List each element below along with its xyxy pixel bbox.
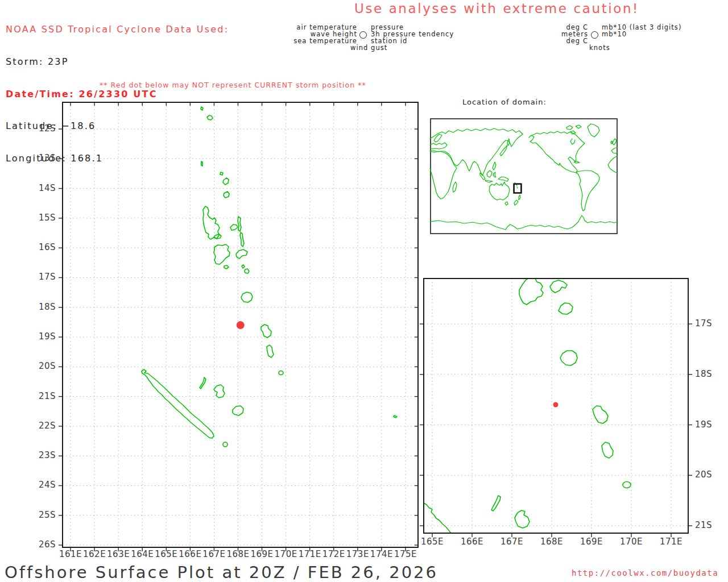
- coastline-path: [142, 369, 214, 438]
- coastline-path: [230, 225, 238, 230]
- lon-label: 168E: [539, 537, 564, 547]
- lon-label: 168E: [225, 549, 250, 559]
- lat-label: 26S: [28, 539, 56, 550]
- lon-label: 166E: [177, 549, 202, 559]
- coastline-path: [242, 265, 245, 268]
- lat-label: 12S: [28, 123, 56, 134]
- lat-label: 14S: [28, 183, 56, 193]
- coastline-path: [566, 126, 573, 130]
- coastline-path: [493, 172, 496, 177]
- coastline-path: [430, 134, 523, 176]
- coastline-path: [500, 145, 507, 156]
- coastline-path: [201, 107, 203, 110]
- lat-label: 19S: [695, 419, 712, 430]
- caution-headline: Use analyses with extreme caution!: [354, 1, 639, 16]
- coastline-path: [491, 496, 500, 511]
- plot-title: Offshore Surface Plot at 20Z / FEB 26, 2…: [5, 563, 438, 582]
- coastline-path: [430, 215, 618, 230]
- legend-label: sea temperature: [293, 37, 357, 45]
- coastline-path: [201, 161, 202, 166]
- lon-label: 164E: [130, 549, 155, 559]
- storm-position-warning: ** Red dot below may NOT represent CURRE…: [100, 81, 366, 89]
- coastline-path: [507, 139, 510, 146]
- coastline-path: [200, 377, 206, 389]
- coastline-path: [576, 171, 599, 211]
- lon-label: 171E: [659, 537, 684, 547]
- coastline-path: [487, 171, 492, 177]
- coastline-path: [489, 182, 510, 200]
- lat-label: 17S: [28, 272, 56, 282]
- coastline-path: [214, 385, 225, 398]
- coastline-path: [505, 202, 508, 205]
- lon-label: 161E: [58, 549, 83, 559]
- legend-label: mb*10: [602, 30, 627, 38]
- lat-label: 21S: [695, 520, 712, 530]
- coastline-path: [430, 128, 523, 139]
- lon-label: 165E: [154, 549, 179, 559]
- lon-label: 167E: [499, 537, 524, 547]
- coastline-path: [424, 503, 451, 533]
- legend-label: deg C: [566, 37, 588, 45]
- lon-label: 163E: [106, 549, 131, 559]
- lat-label: 16S: [28, 242, 56, 252]
- lat-label: 24S: [28, 480, 56, 490]
- coastline-path: [560, 351, 577, 365]
- coastline-path: [623, 482, 631, 488]
- coastline-path: [570, 139, 575, 144]
- coastline-path: [519, 277, 543, 305]
- lat-label: 22S: [28, 421, 56, 431]
- coastline-path: [233, 406, 243, 415]
- lat-label: 20S: [28, 361, 56, 371]
- lat-label: 20S: [695, 469, 712, 480]
- coastline-path: [224, 192, 229, 198]
- station-circle-icon: [591, 31, 598, 39]
- coastline-path: [602, 442, 613, 458]
- lon-label: 165E: [420, 537, 445, 547]
- coastline-path: [223, 442, 228, 447]
- coastline-path: [613, 139, 617, 145]
- coastline-path: [430, 143, 447, 149]
- zoom-map-ticks: [420, 324, 692, 537]
- lon-label: 171E: [297, 549, 322, 559]
- lon-label: 170E: [274, 549, 299, 559]
- storm-id-line: Storm: 23P: [6, 57, 229, 68]
- legend-label: wind gust: [350, 44, 387, 52]
- lat-label: 18S: [695, 369, 712, 379]
- coastline-path: [241, 292, 253, 302]
- lat-label: 21S: [28, 391, 56, 401]
- lat-label: 15S: [28, 213, 56, 223]
- lat-label: 19S: [28, 331, 56, 342]
- lat-label: 17S: [695, 318, 712, 329]
- legend-label: knots: [589, 44, 610, 52]
- lon-label: 166E: [460, 537, 485, 547]
- coastline-path: [223, 178, 229, 185]
- coastline-path: [514, 200, 518, 205]
- coastline-path: [238, 217, 241, 231]
- coastline-path: [559, 303, 573, 314]
- coastline-path: [498, 177, 508, 181]
- station-circle-icon: [359, 31, 367, 39]
- lon-label: 172E: [321, 549, 346, 559]
- lon-label: 169E: [250, 549, 275, 559]
- coastline-path: [519, 195, 520, 200]
- coastline-path: [240, 232, 244, 247]
- coastline-path: [220, 172, 223, 175]
- storm-datetime-line: Date/Time: 26/2330 UTC: [6, 89, 229, 100]
- coastline-path: [570, 131, 576, 134]
- lon-label: 175E: [393, 549, 418, 559]
- coastline-path: [576, 125, 581, 128]
- lat-label: 23S: [28, 450, 56, 460]
- coastline-path: [515, 510, 530, 528]
- coastline-path: [430, 151, 457, 199]
- main-map: [51, 99, 424, 559]
- lon-label: 169E: [579, 537, 604, 547]
- coastline-path: [261, 325, 271, 338]
- lat-label: 25S: [28, 510, 56, 520]
- lon-label: 174E: [369, 549, 394, 559]
- lat-label: 18S: [28, 302, 56, 312]
- coastline-path: [236, 250, 247, 259]
- lon-label: 167E: [201, 549, 226, 559]
- inset-border: [431, 119, 617, 234]
- coastline-path: [480, 173, 485, 180]
- coastline-path: [224, 265, 229, 269]
